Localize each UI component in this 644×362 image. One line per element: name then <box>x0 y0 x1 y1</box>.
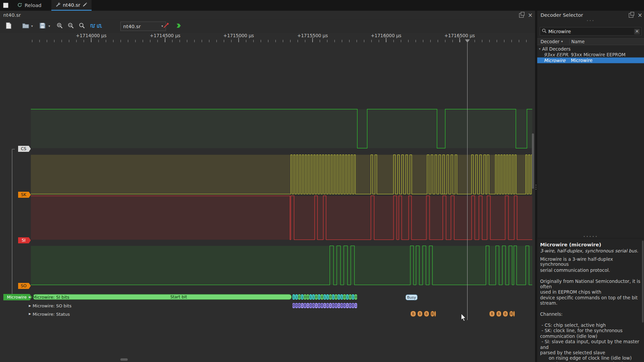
zoom-out-button[interactable] <box>68 22 74 30</box>
decoder-search-box[interactable]: ✕ <box>540 27 642 36</box>
column-header-decoder[interactable]: Decoder <box>540 39 559 44</box>
svg-text:1: 1 <box>310 295 312 299</box>
svg-text:0: 0 <box>298 304 300 307</box>
svg-text:B: B <box>419 312 421 316</box>
expander-icon[interactable]: ▶ <box>29 304 31 307</box>
svg-text:B: B <box>412 312 414 316</box>
reload-label: Reload <box>24 2 41 8</box>
edit-tab-icon[interactable] <box>83 2 88 8</box>
channel-tag-sk[interactable]: SK <box>18 192 31 198</box>
channel-tag-cs[interactable]: CS <box>18 146 31 152</box>
svg-text:1: 1 <box>301 295 303 299</box>
svg-text:B: B <box>498 312 500 316</box>
svg-text:1: 1 <box>346 295 348 299</box>
open-button[interactable] <box>22 23 29 30</box>
tree-item-all-decoders[interactable]: ▾ All Decoders <box>537 46 644 52</box>
float-view-icon[interactable] <box>519 13 524 17</box>
svg-text:1: 1 <box>338 295 340 299</box>
decoder-id: 93xx EEPR... <box>544 52 569 57</box>
search-input[interactable] <box>547 28 634 34</box>
zoom-fit-button[interactable] <box>79 22 85 30</box>
reload-icon <box>17 2 22 8</box>
zoom-in-button[interactable] <box>57 22 63 30</box>
mouse-cursor <box>461 313 467 323</box>
horizontal-scrollbar[interactable] <box>120 358 128 361</box>
channel-tag-si[interactable]: SI <box>18 237 31 243</box>
decoder-tag-microwire[interactable]: Microwire <box>3 294 32 301</box>
svg-text:0: 0 <box>298 295 300 299</box>
waveform-view[interactable]: +1714000 µs +1714500 µs +1715000 µs +171… <box>0 33 535 362</box>
panel-grip[interactable]: ••• <box>537 20 644 23</box>
svg-text:1: 1 <box>327 295 329 299</box>
open-dropdown-icon[interactable]: ▾ <box>31 24 33 28</box>
close-view-icon[interactable]: × <box>528 12 533 18</box>
svg-text:0: 0 <box>312 304 314 307</box>
decoder-row-si-bits: ▶ Microwire: SI bits <box>29 295 69 300</box>
svg-text:0: 0 <box>343 295 345 299</box>
decoder-id: Microwire <box>544 58 569 63</box>
vertical-scrollbar[interactable] <box>532 133 534 189</box>
save-button[interactable] <box>40 22 46 30</box>
tree-root-label: All Decoders <box>542 46 571 52</box>
decoder-name: Microwire <box>569 58 592 63</box>
svg-text:B: B <box>425 312 428 316</box>
decoder-selector-panel: Decoder Selector × ••• ✕ Decoder ▾ Name … <box>537 11 644 362</box>
file-combobox[interactable]: nt40.sr ▾ <box>120 21 166 31</box>
wrench-icon <box>55 2 60 8</box>
svg-text:0: 0 <box>310 304 312 307</box>
decoder-row-label: Microwire: Status <box>33 311 70 316</box>
tree-expander-icon[interactable]: ▾ <box>539 47 541 51</box>
svg-text:0: 0 <box>355 295 357 299</box>
svg-text:0: 0 <box>343 304 345 307</box>
clear-search-button[interactable]: ✕ <box>634 28 640 34</box>
session-tab[interactable]: nt40.sr <box>51 0 92 11</box>
svg-text:1: 1 <box>338 304 340 307</box>
decoder-doc-pane: Microwire (microwire) 3-wire, half-duple… <box>537 238 644 362</box>
table-header[interactable]: Decoder ▾ Name <box>537 38 644 45</box>
channel-tag-so[interactable]: SO <box>18 283 31 289</box>
svg-text:1: 1 <box>312 295 314 299</box>
decoder-row-microwire[interactable]: Microwire Microwire <box>537 57 644 63</box>
svg-text:1: 1 <box>324 295 326 299</box>
doc-body: Microwire is a 3-wire half-duplex synchr… <box>540 256 641 362</box>
trace-group-bracket[interactable] <box>12 149 15 296</box>
svg-text:0: 0 <box>349 295 351 299</box>
svg-text:0: 0 <box>349 304 351 307</box>
add-decoder-button[interactable] <box>176 23 182 30</box>
svg-text:1: 1 <box>315 304 317 307</box>
decoder-row-93xx[interactable]: 93xx EEPR... 93xx Microwire EEPROM <box>537 52 644 57</box>
svg-text:1: 1 <box>332 295 334 299</box>
decoder-row-so-bits: ▶ Microwire: SO bits <box>29 303 71 308</box>
cursor-marker[interactable] <box>465 40 470 43</box>
expander-icon[interactable]: ▶ <box>29 296 31 299</box>
float-panel-icon[interactable] <box>629 13 633 17</box>
save-dropdown-icon[interactable]: ▾ <box>48 24 50 28</box>
doc-splitter[interactable]: ••••• <box>537 235 644 238</box>
doc-title: Microwire (microwire) <box>540 242 641 247</box>
ruler-label: +1715000 µs <box>223 33 254 39</box>
svg-text:0: 0 <box>332 304 334 307</box>
sort-icon: ▾ <box>561 40 563 44</box>
doc-scrollbar[interactable] <box>642 241 644 323</box>
splitter-grip-icon <box>536 185 536 190</box>
connect-device-button[interactable] <box>163 22 169 30</box>
ruler-label: +1716000 µs <box>371 33 401 39</box>
svg-text:0: 0 <box>315 295 317 299</box>
new-session-button[interactable] <box>6 22 11 30</box>
reload-button[interactable]: Reload <box>13 0 46 11</box>
svg-text:0: 0 <box>304 304 306 307</box>
close-panel-icon[interactable]: × <box>638 12 642 18</box>
coloured-background-button[interactable] <box>97 23 102 29</box>
show-sampling-points-button[interactable] <box>90 23 96 29</box>
app-icon[interactable] <box>3 3 8 8</box>
svg-text:1: 1 <box>329 304 331 307</box>
search-icon <box>542 28 547 34</box>
svg-text:0: 0 <box>327 304 329 307</box>
column-header-name[interactable]: Name <box>569 39 644 44</box>
svg-text:0: 0 <box>307 295 309 299</box>
wave-canvas[interactable]: Start bit1101001101011010110101000010100… <box>0 33 532 362</box>
svg-text:1: 1 <box>296 295 298 299</box>
svg-text:1: 1 <box>355 304 357 307</box>
panel-titlebar: Decoder Selector × <box>537 11 644 20</box>
expander-icon[interactable]: ▶ <box>29 312 31 316</box>
